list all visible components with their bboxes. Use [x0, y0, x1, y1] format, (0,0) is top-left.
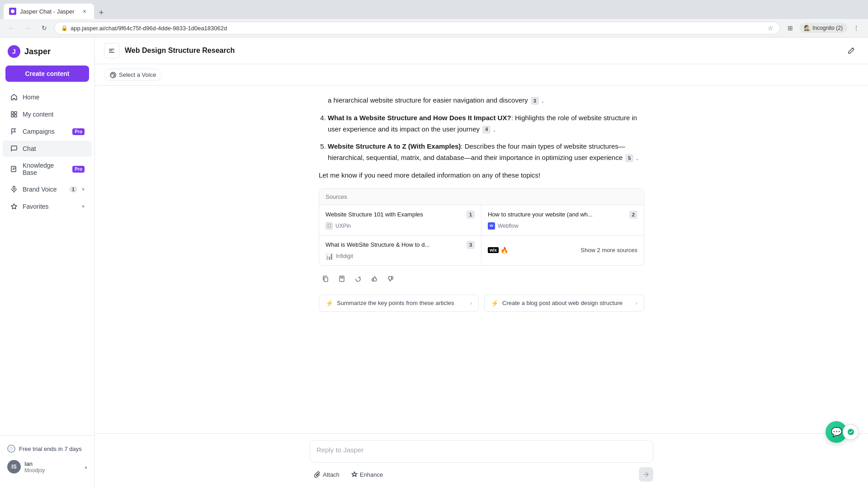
- source-card-1[interactable]: Website Structure 101 with Examples 1 ☐ …: [319, 205, 481, 235]
- sidebar-chat-label: Chat: [23, 145, 85, 152]
- new-tab-btn[interactable]: +: [95, 6, 108, 19]
- mic-icon: [10, 185, 18, 193]
- back-btn[interactable]: ←: [5, 22, 18, 34]
- source-2-site: W Webflow: [488, 222, 637, 230]
- enhance-icon: [351, 471, 358, 478]
- clock-icon: ⏱: [7, 445, 15, 453]
- source-3-num: 3: [467, 241, 475, 249]
- main-content: Web Design Structure Research Select a V…: [95, 38, 868, 488]
- refresh-btn[interactable]: [351, 272, 365, 286]
- source-more-icons: wix 🔥: [488, 247, 508, 254]
- suggestion-btn-1[interactable]: ⚡ Summarize the key points from these ar…: [319, 295, 479, 312]
- chart-icon: 📊: [326, 253, 333, 260]
- voice-selector-bar: Select a Voice: [95, 64, 868, 86]
- sidebar-knowledge-label: Knowledge Base: [23, 162, 68, 176]
- svg-rect-9: [13, 186, 15, 189]
- menu-btn[interactable]: ⋮: [850, 22, 863, 34]
- source-card-3[interactable]: What is WebSite Structure & How to d... …: [319, 235, 481, 265]
- user-row[interactable]: IS Ian Moodjoy ▴: [3, 456, 92, 477]
- tab-bar: Jasper Chat - Jasper × +: [0, 0, 868, 19]
- suggestion-2-arrow: ›: [636, 300, 637, 306]
- tab-title: Jasper Chat - Jasper: [20, 8, 77, 15]
- sidebar-item-home[interactable]: Home: [3, 89, 92, 105]
- attach-icon: [314, 471, 321, 478]
- sidebar-item-brand-voice[interactable]: Brand Voice 1 ▾: [3, 181, 92, 197]
- partial-item-text: a hierarchical website structure for eas…: [328, 96, 528, 104]
- svg-rect-12: [109, 51, 113, 52]
- attach-btn[interactable]: Attach: [310, 469, 344, 480]
- bookmark-icon[interactable]: ☆: [768, 24, 774, 32]
- reply-input[interactable]: Reply to Jasper: [310, 440, 653, 463]
- suggestion-1-text: Summarize the key points from these arti…: [337, 300, 467, 306]
- sidebar-toggle-btn[interactable]: [104, 43, 119, 58]
- svg-rect-6: [14, 115, 17, 117]
- browser-chrome: Jasper Chat - Jasper × + ← → ↻ 🔒 app.jas…: [0, 0, 868, 38]
- create-content-button[interactable]: Create content: [5, 66, 89, 82]
- input-toolbar: Attach Enhance: [310, 467, 653, 482]
- fire-icon: 🔥: [500, 247, 508, 254]
- source-1-site-name: UXPin: [335, 223, 351, 229]
- suggestions-area: ⚡ Summarize the key points from these ar…: [319, 295, 644, 312]
- sidebar-item-knowledge-base[interactable]: Knowledge Base Pro: [3, 158, 92, 180]
- sidebar-item-my-content[interactable]: My content: [3, 106, 92, 122]
- sidebar-logo: J Jasper: [0, 43, 94, 66]
- attach-label: Attach: [323, 471, 340, 478]
- chat-header: Web Design Structure Research: [95, 38, 868, 64]
- sidebar-item-chat[interactable]: Chat: [3, 141, 92, 157]
- svg-text:J: J: [12, 48, 16, 55]
- select-voice-btn[interactable]: Select a Voice: [104, 69, 162, 81]
- chat-inner: a hierarchical website structure for eas…: [310, 95, 653, 312]
- lock-icon: 🔒: [61, 25, 68, 31]
- svg-rect-18: [392, 277, 393, 279]
- send-btn[interactable]: [639, 467, 653, 482]
- tab-favicon: [9, 8, 16, 15]
- jasper-logo-icon: J: [7, 45, 21, 58]
- edit-btn[interactable]: [844, 43, 859, 58]
- source-2-title: How to structure your website (and wh...: [488, 211, 627, 219]
- sidebar-home-label: Home: [23, 94, 85, 101]
- suggestion-btn-2[interactable]: ⚡ Create a blog post about web design st…: [484, 295, 644, 312]
- send-icon: [643, 471, 649, 478]
- copy-btn[interactable]: [319, 272, 332, 286]
- active-tab[interactable]: Jasper Chat - Jasper ×: [4, 4, 94, 19]
- user-sub: Moodjoy: [24, 467, 81, 474]
- source-3-site: 📊 Infidigit: [326, 253, 475, 260]
- sidebar-my-content-label: My content: [23, 111, 85, 118]
- sidebar-item-favorites[interactable]: Favorites ▾: [3, 198, 92, 215]
- flag-icon: [10, 127, 18, 136]
- source-card-2[interactable]: How to structure your website (and wh...…: [481, 205, 644, 235]
- incognito-btn[interactable]: 🕵 Incognito (2): [799, 23, 847, 33]
- sidebar-item-campaigns[interactable]: Campaigns Pro: [3, 123, 92, 140]
- chat-scroll-area[interactable]: a hierarchical website structure for eas…: [95, 86, 868, 433]
- source-1-num: 1: [467, 211, 475, 219]
- tab-close-btn[interactable]: ×: [80, 7, 89, 15]
- thumbup-btn[interactable]: [368, 272, 381, 286]
- enhance-btn[interactable]: Enhance: [347, 469, 387, 480]
- svg-rect-16: [340, 276, 344, 282]
- jasper-logo-text: Jasper: [24, 47, 51, 56]
- thumbdown-btn[interactable]: [384, 272, 397, 286]
- enhance-label: Enhance: [360, 471, 383, 478]
- svg-rect-17: [372, 278, 373, 281]
- suggestion-1-icon: ⚡: [326, 300, 333, 307]
- show-more-sources-btn[interactable]: Show 2 more sources: [580, 247, 637, 253]
- extensions-btn[interactable]: ⊞: [784, 22, 797, 34]
- sources-grid: Website Structure 101 with Examples 1 ☐ …: [319, 205, 644, 265]
- source-1-site: ☐ UXPin: [326, 222, 475, 230]
- forward-btn[interactable]: →: [22, 22, 34, 34]
- input-inner: Reply to Jasper Attach Enhance: [310, 440, 653, 482]
- sources-box: Sources Website Structure 101 with Examp…: [319, 188, 644, 266]
- svg-rect-5: [11, 115, 14, 117]
- reload-btn[interactable]: ↻: [38, 22, 51, 34]
- floating-chat-bubble2: [843, 424, 859, 440]
- url-bar[interactable]: 🔒 app.jasper.ai/chat/9f64c75f-d96d-4dde-…: [54, 22, 780, 34]
- floating-chat[interactable]: 💬: [826, 421, 859, 443]
- sidebar-bottom: ⏱ Free trial ends in 7 days IS Ian Moodj…: [0, 435, 94, 483]
- item5-title: Website Structure A to Z (With Examples): [328, 142, 461, 150]
- webflow-icon: W: [488, 222, 495, 230]
- message-body: a hierarchical website structure for eas…: [319, 95, 644, 181]
- browser-actions: ⊞ 🕵 Incognito (2) ⋮: [784, 22, 863, 34]
- address-bar: ← → ↻ 🔒 app.jasper.ai/chat/9f64c75f-d96d…: [0, 19, 868, 37]
- save-btn[interactable]: [335, 272, 349, 286]
- suggestion-2-icon: ⚡: [491, 300, 499, 307]
